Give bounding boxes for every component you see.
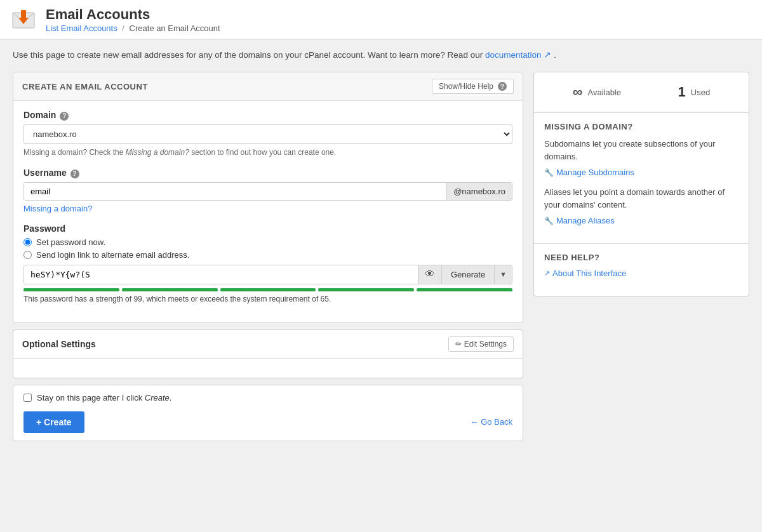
stay-on-page-checkbox[interactable] [23,394,32,402]
password-strength-bars [23,288,512,291]
domain-group: Domain ? namebox.ro Missing a domain? Ch… [23,110,512,157]
strength-bar-2 [122,288,218,291]
svg-rect-1 [21,10,26,19]
wrench-icon-2: 🔧 [544,216,554,225]
username-group: Username ? @namebox.ro Missing a domain? [23,168,512,213]
available-stat: ∞ Available [573,84,621,100]
bottom-actions-card: Stay on this page after I click Create. … [13,385,523,441]
breadcrumb-list-link[interactable]: List Email Accounts [46,23,117,33]
used-label: Used [691,88,710,97]
page-header: Email Accounts List Email Accounts / Cre… [0,0,762,40]
external-link-icon: ↗ [544,269,550,277]
wrench-icon-1: 🔧 [544,168,554,177]
create-button[interactable]: + Create [23,411,84,433]
aliases-text: Aliases let you point a domain towards a… [544,186,739,211]
subdomains-text: Subdomains let you create subsections of… [544,138,739,163]
optional-settings-header: Optional Settings ✏ Edit Settings [13,330,523,359]
radio-group: Set password now. Send login link to alt… [23,237,512,260]
missing-domain-section: MISSING A DOMAIN? Subdomains let you cre… [534,113,749,243]
about-interface-link[interactable]: ↗ About This Interface [544,269,739,278]
breadcrumb: List Email Accounts / Create an Email Ac… [46,23,220,33]
form-card: CREATE AN EMAIL ACCOUNT Show/Hide Help ?… [13,72,523,323]
generate-dropdown-button[interactable]: ▼ [494,265,512,284]
missing-domain-link[interactable]: Missing a domain? [23,204,92,213]
sidebar-available-used-card: ∞ Available 1 Used MISSING A DOMAIN? [533,72,749,296]
username-label: Username ? [23,168,512,178]
password-strength-text: This password has a strength of 99, whic… [23,295,512,303]
page-title-block: Email Accounts List Email Accounts / Cre… [46,6,220,32]
strength-bar-1 [23,288,119,291]
need-help-title: NEED HELP? [544,253,739,262]
breadcrumb-current: Create an Email Account [130,23,220,33]
help-circle-icon: ? [498,82,507,91]
stay-on-page: Stay on this page after I click Create. [23,393,512,402]
form-card-header: CREATE AN EMAIL ACCOUNT Show/Hide Help ? [13,72,523,101]
form-card-title: CREATE AN EMAIL ACCOUNT [22,82,148,91]
domain-label: Domain ? [23,110,512,120]
form-card-body: Domain ? namebox.ro Missing a domain? Ch… [13,101,523,322]
action-buttons: + Create ← Go Back [23,411,512,433]
password-label: Password [23,223,512,234]
password-input[interactable] [24,265,418,284]
optional-settings-body [13,359,523,378]
radio-set-now[interactable] [23,238,32,246]
available-used-section: ∞ Available 1 Used [534,72,749,112]
optional-settings-card: Optional Settings ✏ Edit Settings [13,329,523,378]
username-suffix: @namebox.ro [446,183,512,200]
available-label: Available [587,88,621,97]
email-accounts-icon [10,6,37,33]
used-stat: 1 Used [678,84,711,100]
page-description: Use this page to create new email addres… [13,49,749,62]
strength-bar-3 [220,288,316,291]
username-input-group: @namebox.ro [23,182,512,201]
radio-set-now-label[interactable]: Set password now. [23,237,512,247]
manage-aliases-link[interactable]: 🔧 Manage Aliases [544,216,739,225]
need-help-section: NEED HELP? ↗ About This Interface [534,244,749,296]
used-number: 1 [678,84,686,100]
domain-help-icon[interactable]: ? [60,112,69,121]
radio-send-link[interactable] [23,251,32,259]
domain-hint: Missing a domain? Check the Missing a do… [23,147,512,158]
username-input[interactable] [24,183,446,200]
pencil-icon: ✏ [455,340,462,349]
infinity-icon: ∞ [573,84,583,100]
side-column: ∞ Available 1 Used MISSING A DOMAIN? [533,72,749,307]
strength-bar-4 [318,288,414,291]
domain-select[interactable]: namebox.ro [23,124,512,144]
show-hide-help-button[interactable]: Show/Hide Help ? [432,79,514,94]
optional-settings-title: Optional Settings [22,339,96,349]
radio-send-link-label[interactable]: Send login link to alternate email addre… [23,250,512,260]
show-password-button[interactable]: 👁 [418,265,441,284]
page-title: Email Accounts [46,6,220,23]
missing-domain-section-title: MISSING A DOMAIN? [544,122,739,131]
manage-subdomains-link[interactable]: 🔧 Manage Subdomains [544,168,739,177]
go-back-link[interactable]: ← Go Back [471,417,512,427]
password-group: Password Set password now. Send login li… [23,223,512,303]
documentation-link[interactable]: documentation ↗ [485,50,551,60]
strength-bar-5 [417,288,512,291]
edit-settings-button[interactable]: ✏ Edit Settings [448,336,514,352]
generate-password-button[interactable]: Generate [441,265,494,284]
username-help-icon[interactable]: ? [70,170,79,178]
main-column: CREATE AN EMAIL ACCOUNT Show/Hide Help ?… [13,72,523,441]
password-input-group: 👁 Generate ▼ [23,265,512,284]
